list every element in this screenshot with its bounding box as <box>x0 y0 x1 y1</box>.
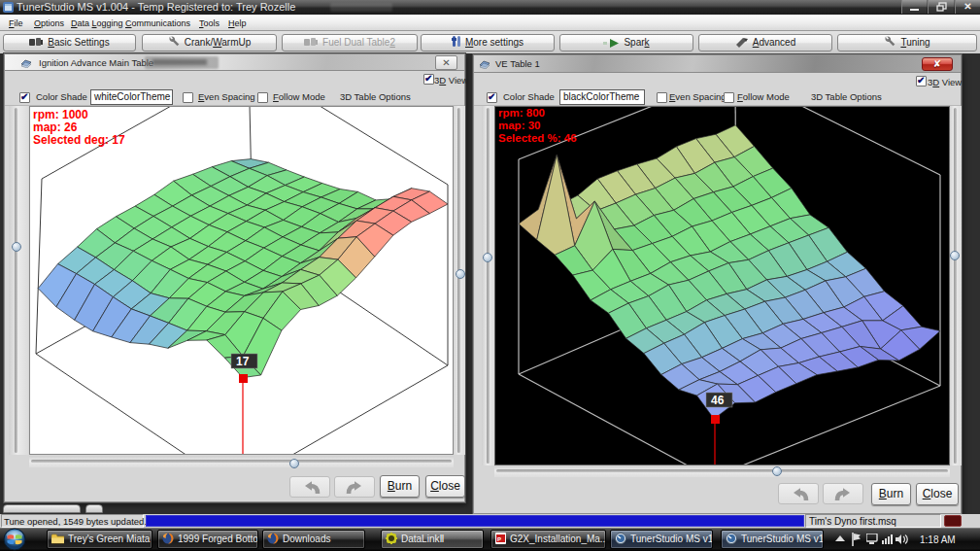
svg-text:46: 46 <box>711 394 725 407</box>
svg-text:17: 17 <box>236 355 250 368</box>
svg-text:P: P <box>497 536 501 542</box>
